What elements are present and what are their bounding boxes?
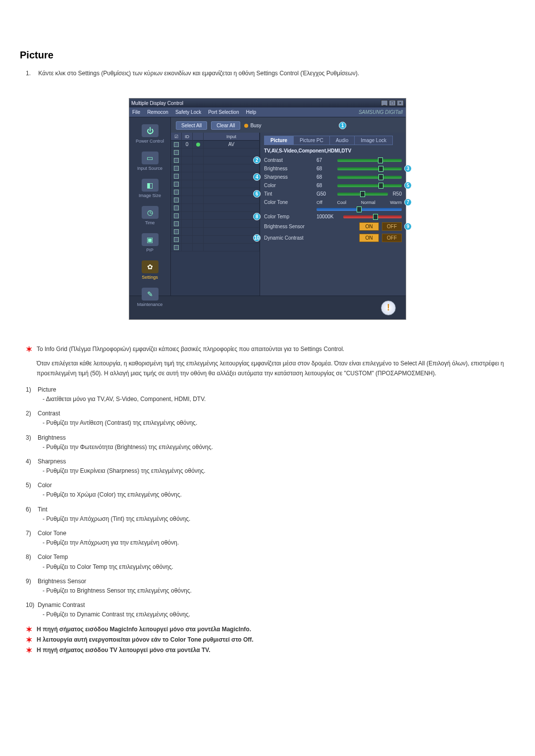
checkbox-icon[interactable]: [174, 245, 179, 250]
checkbox-icon[interactable]: [174, 150, 179, 155]
sidebar-item-label: Maintenance: [130, 302, 169, 307]
clear-all-button[interactable]: Clear All: [211, 121, 240, 130]
sidebar-item-maintenance[interactable]: ✎ Maintenance: [129, 285, 170, 312]
minimize-icon[interactable]: _: [381, 100, 388, 106]
dyncontrast-off-button[interactable]: OFF: [382, 234, 402, 242]
close-icon[interactable]: ×: [397, 100, 404, 106]
brsensor-off-button[interactable]: OFF: [382, 222, 402, 231]
checkbox-icon[interactable]: [174, 142, 179, 147]
item-index: 3): [26, 433, 38, 443]
color-slider[interactable]: [337, 184, 402, 187]
dyncontrast-on-button[interactable]: ON: [359, 234, 379, 242]
sidebar-item-settings[interactable]: ✿ Settings: [129, 257, 170, 285]
tone-normal: Normal: [361, 200, 375, 205]
table-row[interactable]: [171, 188, 260, 196]
checkbox-icon[interactable]: [174, 237, 179, 242]
busy-label: Busy: [250, 123, 261, 128]
table-row[interactable]: [171, 149, 260, 156]
color-row: Color 68 5: [264, 183, 402, 188]
checkbox-icon[interactable]: [174, 182, 179, 187]
table-row[interactable]: [171, 180, 260, 188]
colortemp-slider[interactable]: [343, 215, 402, 218]
tab-image-lock[interactable]: Image Lock: [354, 136, 393, 145]
input-icon: ▭: [142, 151, 159, 164]
menu-item[interactable]: Help: [246, 109, 256, 115]
checkbox-icon[interactable]: [174, 205, 179, 210]
checkbox-icon[interactable]: [174, 158, 179, 163]
menu-item[interactable]: File: [132, 109, 140, 115]
list-item: 4)Sharpness- Ρυθμίζει την Ευκρίνεια (Sha…: [26, 457, 515, 476]
cell-input: AV: [204, 141, 260, 148]
menu-item[interactable]: Safety Lock: [175, 109, 201, 115]
sharpness-slider[interactable]: [337, 176, 402, 179]
list-item: 7)Color Tone- Ρυθμίζει την Απόχρωση για …: [26, 529, 515, 548]
colortone-label: Color Tone: [264, 200, 314, 205]
table-row[interactable]: [171, 204, 260, 212]
colortemp-label: Color Temp: [264, 214, 314, 219]
checkbox-icon[interactable]: [174, 229, 179, 234]
sidebar-item-label: PIP: [130, 248, 169, 252]
sidebar-item-label: Power Control: [130, 139, 169, 144]
select-all-button[interactable]: Select All: [176, 121, 207, 130]
table-row[interactable]: [171, 220, 260, 228]
checkbox-icon[interactable]: [174, 198, 179, 202]
checkbox-icon[interactable]: [174, 213, 179, 218]
paragraph: Όταν επιλέγεται κάθε λειτουργία, η καθορ…: [37, 359, 515, 378]
item-title: Brightness Sensor: [38, 578, 86, 585]
callout-1: 1: [339, 122, 346, 129]
table-row[interactable]: [171, 212, 260, 220]
table-row[interactable]: [171, 228, 260, 236]
star-note-3: Η πηγή σήματος εισόδου TV λειτουργεί μόν…: [37, 646, 515, 655]
toolbar: Select All Clear All Busy 1: [171, 117, 406, 133]
menu-item[interactable]: Remocon: [147, 109, 168, 115]
tab-picture[interactable]: Picture: [264, 136, 294, 145]
item-index: 4): [26, 457, 38, 466]
item-index: 5): [26, 481, 38, 490]
maximize-icon[interactable]: □: [389, 100, 396, 106]
brsensor-on-button[interactable]: ON: [359, 222, 379, 231]
sidebar-item-pip[interactable]: ▣ PIP: [129, 230, 170, 257]
sidebar-item-time[interactable]: ◷ Time: [129, 203, 170, 230]
menubar: File Remocon Safety Lock Port Selection …: [129, 107, 406, 117]
item-sub: - Διατίθεται μόνο για TV,AV, S-Video, Co…: [43, 395, 515, 404]
brightness-label: Brightness: [264, 166, 314, 171]
dyncontrast-row: 10 Dynamic Contrast ON OFF: [264, 234, 402, 242]
checkbox-icon[interactable]: [174, 166, 179, 171]
item-index: 8): [26, 553, 38, 562]
sidebar-item-input[interactable]: ▭ Input Source: [129, 149, 170, 176]
table-row[interactable]: [171, 156, 260, 164]
tab-picture-pc[interactable]: Picture PC: [293, 136, 330, 145]
table-row[interactable]: [171, 172, 260, 180]
colortemp-value: 10000K: [317, 214, 340, 219]
colortone-slider[interactable]: [317, 208, 402, 211]
tone-warm: Warm: [390, 200, 402, 205]
checkbox-icon[interactable]: [174, 174, 179, 179]
contrast-slider[interactable]: [337, 159, 402, 162]
titlebar: Multiple Display Control _ □ ×: [129, 99, 406, 107]
table-row[interactable]: 0 AV: [171, 141, 260, 149]
item-sub: - Ρυθμίζει το Brightness Sensor της επιλ…: [43, 586, 515, 596]
tab-audio[interactable]: Audio: [329, 136, 355, 145]
table-row[interactable]: [171, 236, 260, 244]
item-index: 1): [26, 385, 38, 395]
item-sub: - Ρυθμίζει την Ευκρίνεια (Sharpness) της…: [43, 466, 515, 476]
menu-item[interactable]: Port Selection: [208, 109, 239, 115]
table-row[interactable]: [171, 196, 260, 204]
window-title: Multiple Display Control: [131, 101, 183, 106]
checkbox-icon[interactable]: [174, 221, 179, 226]
tint-slider[interactable]: [337, 193, 388, 196]
item-title: Color Tone: [38, 530, 66, 537]
list-item: 9)Brightness Sensor- Ρυθμίζει το Brightn…: [26, 577, 515, 596]
table-row[interactable]: [171, 244, 260, 252]
item-sub: - Ρυθμίζει το Χρώμα (Color) της επιλεγμέ…: [43, 490, 515, 500]
sidebar-item-imagesize[interactable]: ◧ Image Size: [129, 176, 170, 203]
sidebar-item-power[interactable]: ⏻ Power Control: [129, 121, 170, 149]
callout-3: 3: [404, 165, 412, 172]
contrast-value: 67: [317, 157, 334, 163]
brsensor-row: Brightness Sensor ON OFF 9: [264, 222, 402, 231]
brightness-slider[interactable]: [337, 167, 402, 170]
table-row[interactable]: [171, 164, 260, 172]
star-icon: ✶: [26, 345, 37, 354]
checkbox-icon[interactable]: [174, 190, 179, 195]
brightness-row: Brightness 68 3: [264, 166, 402, 171]
